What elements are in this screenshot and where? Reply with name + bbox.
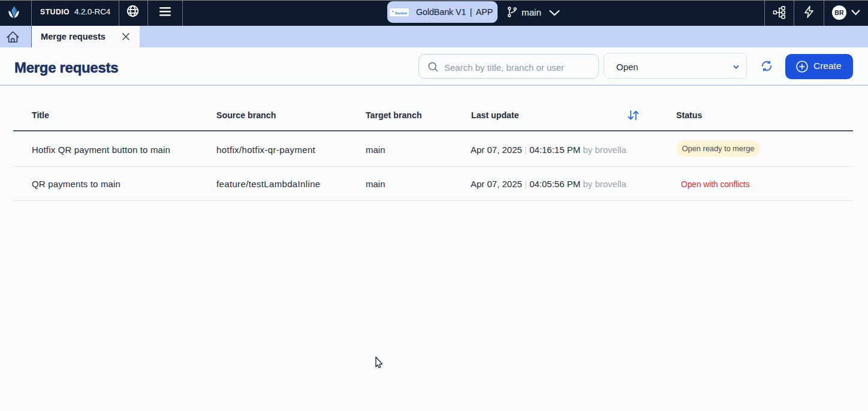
svg-text:Banked: Banked [395,11,407,15]
